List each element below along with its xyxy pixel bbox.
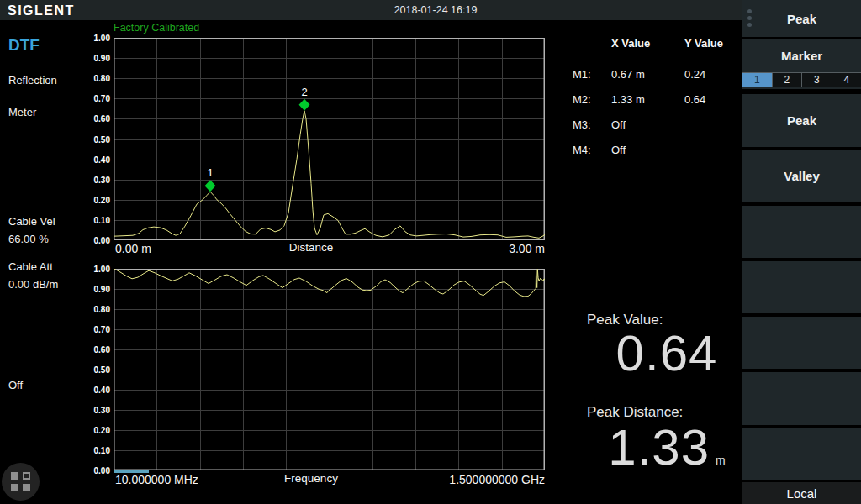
y-tick-label: 0.70 xyxy=(94,94,110,103)
measurement-label: Reflection xyxy=(8,74,57,87)
marker-row-x-value: 1.33 m xyxy=(611,93,645,106)
dtf-distance-chart[interactable]: 12 xyxy=(114,38,545,240)
marker-select-3[interactable]: 3 xyxy=(802,73,832,87)
y-tick-label: 0.50 xyxy=(94,365,110,375)
menu-button-marker[interactable]: Marker 1234 xyxy=(742,39,861,89)
y-tick-label: 0.80 xyxy=(94,74,110,83)
y-tick-label: 0.10 xyxy=(94,215,110,224)
y-tick-label: 0.20 xyxy=(94,195,110,204)
marker-row-x-value: 0.67 m xyxy=(611,68,645,81)
menu-button-label: Marker xyxy=(781,49,822,63)
frequency-x-axis-title: Frequency xyxy=(235,472,387,485)
top-bar: SIGLENT 2018-01-24 16:19 xyxy=(0,0,742,20)
dtf-x-end-label: 3.00 m xyxy=(471,242,545,255)
y-tick-label: 0.40 xyxy=(94,155,110,164)
y-tick-label: 0.90 xyxy=(94,54,110,63)
home-grid-icon xyxy=(23,484,30,491)
menu-button-label: Valley xyxy=(784,169,820,183)
marker-row-x-value: Off xyxy=(611,144,626,156)
brand-logo: SIGLENT xyxy=(8,3,75,18)
datetime-display: 2018-01-24 16:19 xyxy=(368,4,503,16)
cable-velocity-label: Cable Vel xyxy=(8,215,55,228)
peak-distance-label: Peak Distance: xyxy=(587,404,683,421)
menu-button-valley[interactable]: Valley xyxy=(742,150,861,202)
marker-row-x-value: Off xyxy=(611,118,626,131)
menu-button-blank[interactable] xyxy=(742,317,861,369)
marker-table-y-header: Y Value xyxy=(684,37,723,50)
calibration-status: Factory Calibrated xyxy=(114,22,199,34)
marker-row-name: M1: xyxy=(573,68,591,81)
marker-row-name: M4: xyxy=(573,144,591,156)
frequency-x-end-label: 1.500000000 GHz xyxy=(444,473,545,486)
local-status-button[interactable]: Local xyxy=(742,482,861,504)
marker-select-4[interactable]: 4 xyxy=(832,73,861,87)
marker-select-group: 1234 xyxy=(742,72,861,87)
menu-button-peak[interactable]: Peak xyxy=(742,94,861,147)
marker-table-x-header: X Value xyxy=(611,37,650,50)
svg-text:1: 1 xyxy=(207,166,213,179)
peak-distance-unit: m xyxy=(716,454,726,467)
mode-label: DTF xyxy=(8,36,40,55)
peak-value-readout: 0.64 xyxy=(587,328,747,379)
y-tick-label: 0.10 xyxy=(94,446,110,455)
home-grid-icon xyxy=(11,484,18,491)
unit-label: Meter xyxy=(8,106,36,118)
menu-button-blank[interactable] xyxy=(742,261,861,313)
y-tick-label: 0.90 xyxy=(94,285,110,294)
marker-row-name: M2: xyxy=(573,93,591,106)
y-tick-label: 0.60 xyxy=(94,345,110,354)
cable-attenuation-label: Cable Att xyxy=(8,260,53,273)
menu-more-dots-icon xyxy=(747,9,753,29)
y-tick-label: 1.00 xyxy=(94,34,110,43)
y-tick-label: 0.80 xyxy=(94,305,110,314)
y-tick-label: 0.60 xyxy=(94,114,110,123)
marker-row-y-value: 0.24 xyxy=(684,68,705,81)
menu-button-label: Local xyxy=(787,486,817,501)
frequency-response-chart[interactable] xyxy=(114,269,545,470)
frequency-chart-y-axis: 1.000.900.800.700.600.500.400.300.200.10… xyxy=(77,269,110,470)
cable-velocity-value: 66.00 % xyxy=(8,233,49,245)
menu-button-peak-search[interactable]: Peak xyxy=(742,0,861,37)
menu-button-label: Peak xyxy=(787,113,816,128)
y-tick-label: 0.50 xyxy=(94,134,110,144)
y-tick-label: 0.40 xyxy=(94,386,110,395)
sweep-progress-bar xyxy=(114,470,149,473)
peak-distance-readout: 1.33m xyxy=(587,423,747,473)
y-tick-label: 0.20 xyxy=(94,426,110,435)
y-tick-label: 0.00 xyxy=(94,466,110,475)
frequency-x-start-label: 10.000000 MHz xyxy=(115,473,198,486)
marker-row-name: M3: xyxy=(573,118,591,131)
menu-button-label: Peak xyxy=(787,12,816,26)
marker-select-2[interactable]: 2 xyxy=(773,73,803,87)
y-tick-label: 0.30 xyxy=(94,406,110,415)
y-tick-label: 1.00 xyxy=(94,265,110,274)
menu-button-blank[interactable] xyxy=(742,372,861,425)
softkey-menu: Peak Marker 1234 Peak Valley Local xyxy=(742,0,861,504)
y-tick-label: 0.00 xyxy=(94,236,110,245)
svg-text:2: 2 xyxy=(301,86,307,98)
menu-button-blank[interactable] xyxy=(742,206,861,258)
y-tick-label: 0.70 xyxy=(94,325,110,334)
dtf-x-start-label: 0.00 m xyxy=(115,242,151,255)
home-button[interactable] xyxy=(2,463,40,501)
dtf-chart-y-axis: 1.000.900.800.700.600.500.400.300.200.10… xyxy=(77,38,110,240)
peak-distance-number: 1.33 xyxy=(608,419,710,475)
home-grid-icon xyxy=(23,472,30,480)
y-tick-label: 0.30 xyxy=(94,175,110,184)
cable-attenuation-value: 0.00 dB/m xyxy=(8,278,58,291)
output-status-label: Off xyxy=(8,379,23,391)
home-grid-icon xyxy=(11,472,18,480)
marker-select-1[interactable]: 1 xyxy=(742,73,773,87)
menu-button-blank[interactable] xyxy=(742,428,861,480)
dtf-x-axis-title: Distance xyxy=(235,241,387,254)
marker-row-y-value: 0.64 xyxy=(684,93,705,106)
